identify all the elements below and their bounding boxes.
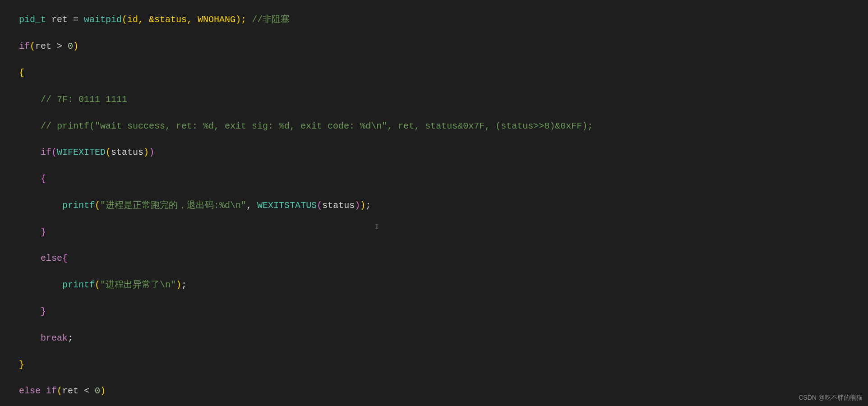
code-line: // 7F: 0111 1111 [19,93,868,106]
comment: //非阻塞 [246,14,290,25]
function-call: waitpid [84,14,122,25]
variable: ret [51,14,68,25]
code-line: { [19,66,868,79]
break-keyword: break [41,333,68,343]
code-line: pid_t ret = waitpid(id, &status, WNOHANG… [19,13,868,26]
code-line: else if(ret < 0) [19,384,868,397]
macro-call: WIFEXITED [57,147,106,157]
comment: // printf("wait success, ret: %d, exit s… [19,121,593,131]
code-editor[interactable]: pid_t ret = waitpid(id, &status, WNOHANG… [0,0,868,406]
code-line: printf("进程出异常了\n"); [19,278,868,291]
code-line: if(ret > 0) [19,40,868,53]
code-line: // printf("wait success, ret: %d, exit s… [19,120,868,133]
watermark-text: CSDN @吃不胖的熊猫 [799,393,863,402]
code-line: } [19,226,868,239]
code-line: else{ [19,252,868,265]
type-keyword: pid_t [19,14,46,25]
code-line: } [19,358,868,371]
ibeam-cursor-icon: I [374,221,379,233]
code-line: printf("进程是正常跑完的，退出码:%d\n", WEXITSTATUS(… [19,199,868,212]
code-line: { [19,172,868,185]
code-line: break; [19,332,868,345]
comment: // 7F: 0111 1111 [19,94,127,105]
function-call: printf [62,200,95,211]
string-literal: "进程出异常了 [100,280,160,290]
code-line: if(WIFEXITED(status)) [19,146,868,159]
function-call: printf [62,280,95,290]
macro-call: WEXITSTATUS [257,200,317,211]
string-literal: "进程是正常跑完的，退出码:%d [100,200,230,211]
code-line: } [19,305,868,318]
